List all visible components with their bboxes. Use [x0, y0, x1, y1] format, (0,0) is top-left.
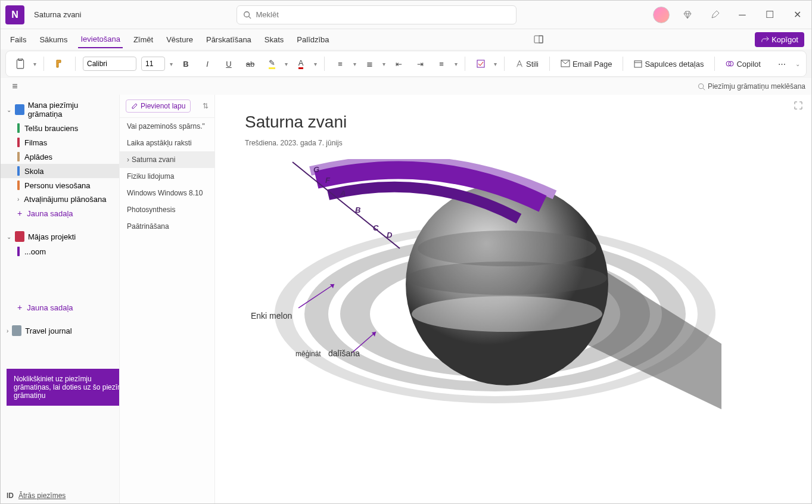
tab-home[interactable]: Sākums: [37, 32, 70, 48]
page-title[interactable]: Saturna zvani: [245, 113, 782, 132]
document-title: Saturna zvani: [34, 10, 82, 19]
email-page-button[interactable]: Email Page: [557, 60, 615, 69]
page-canvas[interactable]: Saturna zvani Trešdiena. 2023. gada 7. j…: [215, 95, 811, 504]
copilot-button[interactable]: Copilot: [722, 60, 764, 69]
meeting-details-button[interactable]: Sapulces detaļas: [630, 60, 707, 69]
tab-draw[interactable]: Zīmēt: [131, 32, 155, 48]
notebook-item[interactable]: ⌄ Mājas projekti: [1, 229, 119, 244]
svg-rect-6: [477, 60, 484, 67]
notebook-search[interactable]: Piezīmju grāmatiņu meklēšana: [698, 82, 805, 91]
svg-rect-4: [17, 60, 23, 69]
svg-rect-8: [634, 61, 642, 67]
chevron-right-icon: ›: [7, 328, 8, 334]
app-icon: N: [5, 5, 24, 24]
ribbon-chevron-icon[interactable]: ⌄: [795, 61, 800, 67]
hamburger-icon[interactable]: ≡: [7, 78, 23, 95]
todo-tag-button[interactable]: [472, 55, 489, 72]
page-item[interactable]: Windows Windows 8.10: [120, 185, 214, 201]
notebook-item[interactable]: ⌄ Mana piezīmju grāmatiņa: [1, 98, 119, 121]
search-placeholder: Meklēt: [256, 10, 279, 19]
notebook-sidebar: ⌄ Mana piezīmju grāmatiņa Telšu braucien…: [1, 95, 120, 504]
tab-insert[interactable]: Ievietošana: [78, 31, 123, 48]
page-item[interactable]: Photosynthesis: [120, 201, 214, 218]
expand-icon[interactable]: [794, 101, 803, 113]
strikethrough-button[interactable]: ab: [242, 55, 259, 72]
font-family-combo[interactable]: [83, 57, 136, 71]
page-item[interactable]: ›Saturna zvani: [120, 151, 214, 168]
search-icon: [698, 83, 705, 91]
more-button[interactable]: ⋯: [774, 55, 791, 72]
share-button[interactable]: Kopīgot: [755, 32, 804, 47]
ring-label-c: C: [373, 223, 378, 232]
notebook-icon: [15, 231, 24, 242]
page-item[interactable]: Vai pazeminošs spārns.": [120, 118, 214, 135]
add-section-button[interactable]: +Jauna sadaļa: [1, 206, 119, 220]
format-painter-button[interactable]: [51, 55, 68, 72]
bold-button[interactable]: B: [178, 55, 194, 72]
annotation-try: mēģināt: [295, 350, 321, 358]
tab-review[interactable]: Pārskatīšana: [204, 32, 254, 48]
align-button[interactable]: ≡: [433, 55, 450, 72]
page-list: Pievienot lapu ⇅ Vai pazeminošs spārns."…: [120, 95, 215, 504]
ring-label-g: G: [313, 165, 319, 174]
numbering-button[interactable]: ≣: [361, 55, 378, 72]
ring-label-f: F: [325, 176, 330, 185]
section-item[interactable]: ...oom: [1, 244, 119, 259]
avatar[interactable]: [653, 7, 670, 23]
page-item[interactable]: Paātrināšana: [120, 218, 214, 235]
italic-button[interactable]: I: [199, 55, 216, 72]
underline-button[interactable]: U: [220, 55, 237, 72]
annotation-division: dalīšana: [328, 349, 360, 358]
svg-rect-3: [539, 36, 543, 43]
paste-button[interactable]: [12, 55, 29, 72]
tab-view[interactable]: Skats: [262, 32, 287, 48]
tab-file[interactable]: Fails: [8, 32, 29, 48]
font-size-combo[interactable]: [141, 57, 165, 71]
tab-history[interactable]: Vēsture: [164, 32, 195, 48]
svg-point-21: [418, 231, 596, 266]
ribbon: ▾ ▾ B I U ab ✎ ▾ A ▾ ≡▾ ≣▾ ⇤ ⇥ ≡▾ ▾ Stil…: [5, 51, 807, 77]
tab-help[interactable]: Palīdzība: [294, 32, 331, 48]
page-item[interactable]: Fiziku lidojuma: [120, 168, 214, 185]
notebook-icon: [15, 104, 24, 115]
diamond-icon[interactable]: [678, 5, 697, 24]
font-color-button[interactable]: A: [293, 55, 309, 72]
sort-icon[interactable]: ⇅: [203, 102, 209, 110]
bullets-button[interactable]: ≡: [332, 55, 349, 72]
search-input[interactable]: Meklēt: [237, 5, 517, 24]
tooltip: Noklikšķiniet uz piezīmju grāmatiņas, la…: [7, 369, 120, 406]
svg-point-12: [699, 83, 704, 88]
notebook-item[interactable]: › Travel journal: [1, 323, 119, 338]
section-item[interactable]: Aplādes: [1, 150, 119, 164]
page-item[interactable]: Laika apstākļu raksti: [120, 135, 214, 151]
highlight-button[interactable]: ✎: [263, 55, 280, 72]
section-item[interactable]: Skola: [1, 164, 119, 178]
svg-point-22: [407, 262, 607, 295]
section-item[interactable]: Filmas: [1, 135, 119, 150]
maximize-button[interactable]: ☐: [760, 5, 779, 24]
panes-icon[interactable]: [534, 32, 548, 46]
indent-button[interactable]: ⇥: [412, 55, 428, 72]
outdent-button[interactable]: ⇤: [390, 55, 407, 72]
svg-point-23: [412, 296, 602, 332]
section-group-item[interactable]: ›Atvaļinājumu plānošana: [1, 192, 119, 206]
quick-notes[interactable]: ID Ātrās piezīmes: [7, 491, 66, 500]
add-page-button[interactable]: Pievienot lapu: [126, 99, 191, 113]
close-button[interactable]: ✕: [788, 5, 807, 24]
pen-icon[interactable]: [705, 5, 724, 24]
chevron-down-icon: ⌄: [7, 234, 11, 240]
chevron-down-icon: ⌄: [7, 107, 11, 113]
section-item[interactable]: Telšu brauciens: [1, 121, 119, 135]
share-icon: [761, 35, 769, 43]
styles-button[interactable]: Stili: [512, 60, 542, 69]
ring-label-d: D: [387, 231, 392, 239]
saturn-illustration: G F A B C D Enki melon mēģināt dalīšana: [245, 159, 721, 457]
annotation-enki: Enki melon: [251, 311, 292, 321]
chevron-right-icon: ›: [127, 155, 129, 164]
svg-point-0: [244, 11, 249, 17]
add-section-button[interactable]: +Jauna sadaļa: [1, 300, 119, 315]
svg-line-1: [248, 16, 251, 18]
page-date: Trešdiena. 2023. gada 7. jūnijs: [245, 139, 782, 147]
minimize-button[interactable]: ─: [733, 5, 752, 24]
section-item[interactable]: Personu viesošana: [1, 178, 119, 192]
